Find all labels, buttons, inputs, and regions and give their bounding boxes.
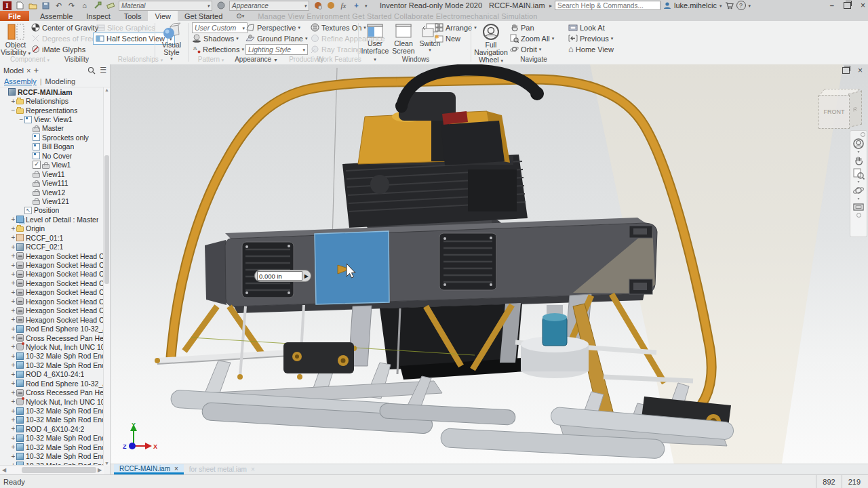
- tree-item[interactable]: +RCCF_01:1: [0, 233, 104, 242]
- restore-button[interactable]: [844, 2, 851, 9]
- tree-expander-icon[interactable]: +: [10, 307, 16, 314]
- tree-item[interactable]: +Relationships: [0, 96, 104, 105]
- dimension-input-pill[interactable]: 0.000 in ▶: [254, 270, 311, 282]
- tree-expander-icon[interactable]: +: [10, 216, 16, 223]
- tree-expander-icon[interactable]: −: [10, 106, 16, 114]
- navbar-wheel-caret-icon[interactable]: ▾: [857, 150, 859, 154]
- open-file-icon[interactable]: [28, 1, 37, 10]
- tree-item[interactable]: +Hexagon Socket Head Cap Screw - Ind: [0, 315, 104, 324]
- tree-expander-icon[interactable]: −: [18, 116, 24, 123]
- user-menu-caret-icon[interactable]: ▾: [719, 3, 722, 8]
- tree-item[interactable]: +Hexagon Socket Head Cap Screw - Ind: [0, 306, 104, 315]
- viewcube-right-face[interactable]: R: [848, 91, 862, 128]
- document-tab-close-icon[interactable]: ×: [174, 465, 178, 472]
- qat-overflow-icon[interactable]: ▾: [365, 3, 368, 8]
- viewcube-front-face[interactable]: FRONT: [818, 95, 850, 129]
- tree-expander-icon[interactable]: +: [10, 352, 16, 360]
- tree-expander-icon[interactable]: +: [10, 443, 16, 451]
- full-navigation-wheel-button[interactable]: Full Navigation Wheel ▾: [473, 22, 509, 62]
- color-icon[interactable]: [326, 1, 335, 10]
- document-close-button[interactable]: ×: [858, 66, 863, 75]
- tree-item[interactable]: View11: [0, 169, 104, 178]
- tree-item[interactable]: +Nylock Nut, Inch UNC 10:2: [0, 397, 104, 406]
- visual-style-button[interactable]: Visual Style ▾: [155, 22, 188, 62]
- imate-glyphs-button[interactable]: iMate Glyphs: [31, 44, 85, 54]
- tab-overflow-icon[interactable]: ⊙▾: [229, 11, 251, 21]
- navbar-settings-icon[interactable]: [856, 213, 861, 218]
- navbar-grip-icon[interactable]: [861, 132, 865, 137]
- tree-item[interactable]: View111: [0, 178, 104, 187]
- tree-item[interactable]: Bill Bogan: [0, 142, 104, 151]
- document-tab-active[interactable]: RCCF-MAIN.iam ×: [114, 464, 184, 474]
- tree-item[interactable]: +Rod End Sphere 10-32_A:2: [0, 379, 104, 388]
- navbar-pan-icon[interactable]: [852, 155, 865, 167]
- tree-item[interactable]: +10-32 Male Sph Rod End:3: [0, 406, 104, 415]
- tree-expander-icon[interactable]: +: [10, 225, 16, 232]
- navbar-zoom-icon[interactable]: [852, 167, 865, 180]
- tree-expander-icon[interactable]: +: [10, 398, 16, 405]
- navbar-wheel-icon[interactable]: [852, 138, 865, 150]
- tree-expander-icon[interactable]: +: [10, 289, 16, 296]
- tree-item[interactable]: +Hexagon Socket Head Cap Screw - Ind: [0, 279, 104, 287]
- tree-item[interactable]: +Hexagon Socket Head Cap Screw - Ind: [0, 270, 104, 279]
- undo-icon[interactable]: ↶: [54, 1, 63, 10]
- ray-tracing-button[interactable]: Ray Tracing: [311, 44, 361, 54]
- tree-item[interactable]: Sprockets only: [0, 133, 104, 142]
- adjust-icon[interactable]: [313, 1, 322, 10]
- tree-item[interactable]: +10-32 Male Sph Rod End:4: [0, 415, 104, 424]
- tree-expander-icon[interactable]: +: [10, 298, 16, 305]
- tree-item[interactable]: Master: [0, 124, 104, 133]
- tree-expander-icon[interactable]: +: [10, 407, 16, 415]
- tree-item[interactable]: +Hexagon Socket Head Cap Screw - Ind: [0, 251, 104, 260]
- shadows-button[interactable]: Shadows▾: [192, 33, 239, 43]
- tree-item[interactable]: +10-32 Male Sph Rod End:1: [0, 352, 104, 361]
- tab-get-started[interactable]: Get Started: [178, 11, 229, 21]
- sketch-icon[interactable]: [93, 1, 102, 10]
- home-view-button[interactable]: ⌂ Home View: [568, 44, 614, 54]
- tree-expander-icon[interactable]: +: [10, 361, 16, 369]
- tab-file[interactable]: File: [0, 11, 29, 21]
- navbar-zoom-caret-icon[interactable]: ▾: [857, 180, 859, 184]
- tree-item[interactable]: +ROD 4_6X10-24:2: [0, 424, 104, 433]
- group-label-appearance[interactable]: Appearance ▼: [235, 56, 278, 63]
- user-interface-button[interactable]: User Interface ▾: [360, 22, 390, 62]
- new-window-button[interactable]: ✱ New: [435, 33, 460, 43]
- fx-icon[interactable]: fx: [339, 1, 348, 10]
- tree-expander-icon[interactable]: +: [10, 98, 16, 105]
- tree-expander-icon[interactable]: +: [10, 434, 16, 442]
- lighting-style-combo[interactable]: Lighting Style▾: [245, 44, 308, 55]
- center-of-gravity-button[interactable]: Center of Gravity: [31, 22, 98, 33]
- tree-expander-icon[interactable]: +: [10, 262, 16, 269]
- add-icon[interactable]: +: [352, 1, 361, 10]
- 3d-model[interactable]: [111, 64, 868, 474]
- browser-vertical-scrollbar[interactable]: ▲ ▼: [103, 87, 110, 466]
- tree-expander-icon[interactable]: +: [10, 234, 16, 241]
- minimize-button[interactable]: –: [830, 1, 834, 9]
- browser-tab-model[interactable]: Model: [3, 66, 24, 75]
- tree-item[interactable]: +10-32 Male Sph Rod End:2: [0, 361, 104, 369]
- slice-graphics-button[interactable]: Slice Graphics: [96, 22, 155, 33]
- tree-item[interactable]: +Hexagon Socket Head Cap Screw - Ind: [0, 288, 104, 297]
- tree-item[interactable]: No Cover: [0, 151, 104, 160]
- browser-search-icon[interactable]: [87, 66, 96, 75]
- tab-assemble[interactable]: Assemble: [33, 11, 79, 21]
- tree-item[interactable]: +10-32 Male Sph Rod End:6: [0, 443, 104, 451]
- tree-item[interactable]: View12: [0, 188, 104, 197]
- tree-item[interactable]: +Cross Recessed Pan Head Machine Scr: [0, 388, 104, 396]
- tab-tools[interactable]: Tools: [117, 11, 149, 21]
- ground-plane-button[interactable]: Ground Plane▾: [245, 33, 307, 43]
- tab-view[interactable]: View: [148, 11, 178, 21]
- tree-expander-icon[interactable]: +: [10, 279, 16, 287]
- tree-item[interactable]: −View: View1: [0, 115, 104, 123]
- tab-inspect[interactable]: Inspect: [79, 11, 117, 21]
- viewcube[interactable]: R FRONT: [813, 77, 865, 136]
- tree-expander-icon[interactable]: +: [10, 243, 16, 251]
- home-icon[interactable]: ⌂: [80, 1, 89, 10]
- tree-item[interactable]: +Cross Recessed Pan Head Machine Scr: [0, 333, 104, 342]
- tree-expander-icon[interactable]: +: [10, 371, 16, 378]
- close-button[interactable]: ×: [861, 1, 865, 10]
- tree-item[interactable]: +10-32 Male Sph Rod End:7: [0, 452, 104, 461]
- dimension-input[interactable]: 0.000 in: [257, 271, 302, 281]
- tree-expander-icon[interactable]: +: [10, 334, 16, 342]
- tree-item[interactable]: +Nylock Nut, Inch UNC 10:1: [0, 342, 104, 351]
